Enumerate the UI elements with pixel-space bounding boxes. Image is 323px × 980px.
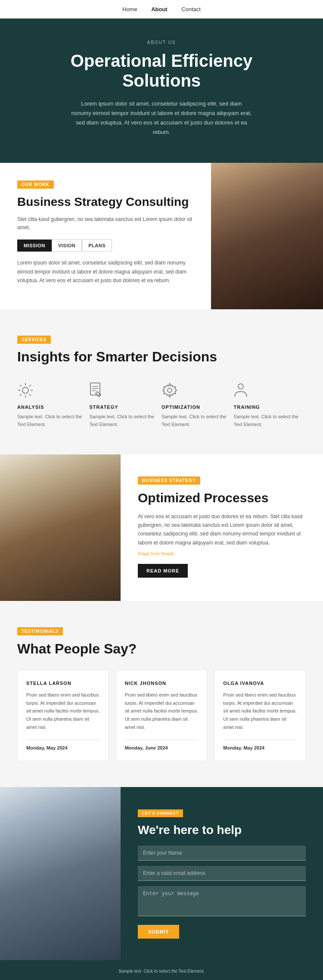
email-input[interactable] [138, 866, 306, 881]
testimonial-2-date: Monday, June 2024 [125, 740, 199, 750]
our-work-section: OUR WORK Business Strategy Consulting St… [0, 163, 323, 309]
biz-image-credit: Image from freepik [138, 551, 306, 556]
analysis-label: ANALYSIS [17, 404, 85, 410]
nav-home[interactable]: Home [122, 6, 137, 12]
testimonial-2: NICK JHONSON Proin sed libero enim sed f… [116, 670, 208, 761]
testimonial-3: OLGA IVANOVA Proin sed libero enim sed f… [214, 670, 306, 761]
message-input[interactable] [138, 886, 306, 916]
service-training: TRAINING Sample text. Click to select th… [234, 382, 306, 428]
name-input[interactable] [138, 846, 306, 861]
image-credit-prefix: Image from [138, 551, 161, 556]
training-label: TRAINING [234, 404, 302, 410]
hero-section: ABOUT US Operational Efficiency Solution… [0, 19, 323, 163]
our-work-badge: OUR WORK [17, 180, 54, 189]
nav-about[interactable]: About [151, 6, 168, 12]
svg-line-6 [29, 394, 31, 396]
tab-vision[interactable]: VISION [52, 240, 82, 252]
analysis-text: Sample text. Click to select the Text El… [17, 413, 85, 428]
biz-title: Optimized Processes [138, 491, 306, 505]
services-section: SERVICES Insights for Smarter Decisions … [0, 309, 323, 454]
biz-content: BUSINESS STRATEGY Optimized Processes At… [121, 454, 323, 601]
testimonial-3-date: Monday, May 2024 [223, 740, 297, 750]
optimization-text: Sample text. Click to select the Text El… [162, 413, 230, 428]
biz-section: BUSINESS STRATEGY Optimized Processes At… [0, 454, 323, 601]
footer: Sample text. Click to select the Text El… [0, 960, 323, 980]
hero-description: Lorem ipsum dolor sit amet, consetetur s… [71, 99, 252, 137]
biz-body: At vero eos et accusam et justo duo dolo… [138, 512, 306, 548]
testimonial-1: STELLA LARSON Proin sed libero enim sed … [17, 670, 109, 761]
service-strategy: STRATEGY Sample text. Click to select th… [90, 382, 162, 428]
footer-text: Sample text. Click to select the Text El… [17, 969, 306, 974]
services-badge: SERVICES [17, 336, 51, 344]
our-work-title: Business Strategy Consulting [17, 195, 198, 209]
service-analysis: ANALYSIS Sample text. Click to select th… [17, 382, 90, 428]
strategy-label: STRATEGY [90, 404, 158, 410]
mission-tabs: MISSION VISION PLANS [17, 240, 198, 252]
gear-icon [162, 382, 179, 399]
connect-image [0, 787, 121, 960]
svg-line-8 [20, 394, 22, 396]
service-optimization: OPTIMIZATION Sample text. Click to selec… [162, 382, 234, 428]
navigation: Home About Contact [0, 0, 323, 19]
our-work-desc: Stet clita kasd gubergren, no sea takima… [17, 215, 198, 232]
nav-contact[interactable]: Contact [181, 6, 201, 12]
testimonial-2-text: Proin sed libero enim sed faucibus turpi… [125, 691, 199, 731]
services-title: Insights for Smarter Decisions [17, 349, 306, 365]
svg-line-5 [20, 385, 22, 387]
our-work-image [211, 163, 323, 309]
testimonials-title: What People Say? [17, 641, 306, 657]
strategy-text: Sample text. Click to select the Text El… [90, 413, 158, 428]
testimonial-3-name: OLGA IVANOVA [223, 681, 297, 686]
connect-title: We're here to help [138, 823, 306, 837]
tab-plans[interactable]: PLANS [82, 240, 112, 252]
connect-section: LET'S CONNECT We're here to help SUBMIT [0, 787, 323, 960]
tab-mission[interactable]: MISSION [17, 240, 52, 252]
svg-rect-9 [90, 383, 100, 395]
image-credit-link[interactable]: freepik [161, 551, 174, 556]
testimonial-1-date: Monday, May 2024 [26, 740, 100, 750]
hero-label: ABOUT US [52, 40, 271, 45]
testimonials-badge: TESTIMONIALS [17, 627, 63, 635]
testimonial-3-text: Proin sed libero enim sed faucibus turpi… [223, 691, 297, 731]
our-work-body: Lorem ipsum dolor sit amet, consetetur s… [17, 258, 198, 285]
read-more-button[interactable]: READ MORE [138, 564, 188, 578]
testimonial-1-name: STELLA LARSON [26, 681, 100, 686]
testimonial-2-name: NICK JHONSON [125, 681, 199, 686]
training-text: Sample text. Click to select the Text El… [234, 413, 302, 428]
our-work-content: OUR WORK Business Strategy Consulting St… [0, 163, 211, 309]
connect-content: LET'S CONNECT We're here to help SUBMIT [121, 787, 323, 960]
biz-image [0, 454, 121, 601]
testimonial-1-text: Proin sed libero enim sed faucibus turpi… [26, 691, 100, 731]
testimonials-grid: STELLA LARSON Proin sed libero enim sed … [17, 670, 306, 761]
svg-point-13 [168, 388, 172, 392]
svg-point-0 [22, 387, 28, 393]
services-grid: ANALYSIS Sample text. Click to select th… [17, 382, 306, 428]
submit-button[interactable]: SUBMIT [138, 925, 179, 939]
svg-line-7 [29, 385, 31, 387]
biz-badge: BUSINESS STRATEGY [138, 476, 200, 485]
optimization-label: OPTIMIZATION [162, 404, 230, 410]
sun-icon [17, 382, 34, 399]
svg-point-14 [238, 384, 243, 389]
person-icon [234, 382, 251, 399]
lets-connect-badge: LET'S CONNECT [138, 809, 183, 817]
hero-title: Operational Efficiency Solutions [52, 51, 271, 90]
document-icon [90, 382, 107, 399]
testimonials-section: TESTIMONIALS What People Say? STELLA LAR… [0, 601, 323, 787]
